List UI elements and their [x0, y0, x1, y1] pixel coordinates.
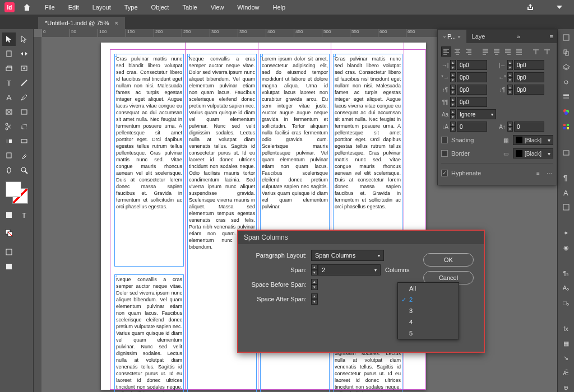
stepper[interactable]: ▴▾ [507, 85, 513, 95]
direct-selection-tool[interactable] [17, 32, 31, 46]
space-before-stepper[interactable]: ▴▾ [311, 279, 318, 290]
panel-collapse-icon[interactable]: » [513, 33, 524, 40]
panel-menu-icon[interactable]: ≡ [547, 33, 557, 40]
color-panel-icon[interactable] [561, 108, 572, 115]
last-line-indent-field[interactable] [514, 72, 544, 82]
shading-checkbox[interactable] [441, 137, 448, 143]
space-after-stepper[interactable]: ▴▾ [311, 293, 318, 305]
span-option-4[interactable]: 4 [398, 316, 459, 328]
pathfinder-panel-icon[interactable]: ◉ [561, 244, 572, 251]
home-icon[interactable] [21, 2, 33, 13]
menu-edit[interactable]: Edit [63, 2, 85, 13]
border-color-dropdown[interactable]: [Black]▾ [513, 148, 553, 158]
scissors-tool[interactable] [2, 120, 16, 133]
span-option-5[interactable]: 5 [398, 328, 459, 339]
eyedropper-tool[interactable] [17, 149, 31, 162]
stepper[interactable]: ▴▾ [507, 122, 513, 132]
stepper[interactable]: ▴▾ [450, 72, 456, 82]
left-indent-field[interactable] [457, 60, 487, 70]
fill-stroke-swatch[interactable] [6, 181, 28, 204]
span-option-2[interactable]: 2 [398, 294, 459, 305]
dropcap-chars-field[interactable] [514, 122, 544, 132]
pen-tool[interactable] [2, 91, 16, 104]
rectangle-frame-tool[interactable] [2, 105, 16, 119]
character-styles-panel-icon[interactable]: A₅ [561, 284, 572, 292]
stroke-panel-icon[interactable] [561, 93, 572, 101]
paragraph-layout-dropdown[interactable]: Span Columns▾ [311, 250, 384, 261]
paragraph-panel-icon[interactable]: ¶ [561, 174, 572, 181]
space-between-field[interactable] [457, 97, 487, 107]
align-toward-spine-button[interactable] [531, 46, 541, 57]
page-tool[interactable] [2, 47, 16, 60]
zoom-tool[interactable] [17, 164, 31, 177]
swap-fill-stroke-icon[interactable] [17, 226, 31, 240]
menu-layout[interactable]: Layout [87, 2, 117, 13]
menu-window[interactable]: Window [232, 2, 265, 13]
ok-button[interactable]: OK [423, 253, 474, 267]
space-after-field[interactable] [514, 85, 544, 95]
stepper[interactable]: ▴▾ [507, 60, 513, 70]
effects-panel-icon[interactable]: fx [561, 325, 572, 333]
document-tab[interactable]: *Untitled-1.indd @ 75% × [38, 17, 125, 29]
layers-panel-icon[interactable] [561, 63, 572, 71]
selection-tool[interactable] [2, 32, 16, 46]
align-away-spine-button[interactable] [542, 46, 552, 57]
span-stepper[interactable]: ▴▾ [311, 264, 318, 276]
character-panel-icon[interactable]: A [561, 189, 572, 197]
span-option-all[interactable]: All [398, 283, 459, 294]
menu-table[interactable]: Table [177, 2, 202, 13]
text-frame[interactable]: Neque convallis a cras semper auctor neq… [114, 274, 184, 392]
dropcap-lines-field[interactable] [457, 122, 487, 132]
align-left-button[interactable] [441, 46, 451, 57]
default-fill-stroke-icon[interactable] [2, 226, 16, 240]
stepper[interactable]: ▴▾ [507, 72, 513, 82]
justify-all-button[interactable] [514, 46, 524, 57]
hyphenate-checkbox[interactable]: ✓ [441, 170, 448, 176]
space-before-field[interactable] [457, 85, 487, 95]
justify-center-button[interactable] [492, 46, 502, 57]
free-transform-tool[interactable] [17, 120, 31, 133]
span-dropdown[interactable]: 2▾ [318, 264, 381, 276]
align-center-button[interactable] [452, 46, 462, 57]
options-icon[interactable]: ⋯ [545, 168, 553, 178]
justify-right-button[interactable] [503, 46, 513, 57]
menu-object[interactable]: Object [146, 2, 175, 13]
menu-type[interactable]: Type [119, 2, 144, 13]
stepper[interactable]: ▴▾ [450, 97, 456, 107]
formatting-container-icon[interactable] [2, 208, 16, 222]
close-icon[interactable]: × [115, 20, 118, 26]
menu-help[interactable]: Help [267, 2, 291, 13]
align-panel-icon[interactable]: ✦ [561, 229, 572, 237]
workspace-switcher-icon[interactable] [554, 2, 565, 13]
glyphs-panel-icon[interactable]: Ǣ [561, 369, 572, 377]
pages-panel-icon[interactable] [561, 48, 572, 56]
view-mode-preview-icon[interactable] [2, 260, 16, 273]
align-to-grid-dropdown[interactable]: Ignore▾ [457, 109, 496, 119]
note-tool[interactable] [2, 149, 16, 162]
links-panel-icon[interactable] [561, 78, 572, 86]
share-icon[interactable] [525, 2, 536, 13]
content-placer-tool[interactable] [17, 62, 31, 75]
tab-paragraph[interactable]: ◦ P...» [438, 30, 466, 43]
align-right-button[interactable] [464, 46, 474, 57]
pencil-tool[interactable] [17, 91, 31, 104]
rectangle-tool[interactable] [17, 105, 31, 119]
hyperlinks-panel-icon[interactable]: ⊕ [561, 384, 572, 392]
border-checkbox[interactable] [441, 150, 448, 157]
tab-layers[interactable]: Laye [466, 30, 491, 43]
stepper[interactable]: ▴▾ [450, 109, 456, 119]
swatches-panel-icon[interactable] [561, 123, 572, 130]
object-styles-panel-icon[interactable]: □₅ [561, 299, 572, 307]
paragraph-styles-panel-icon[interactable]: ¶₅ [561, 269, 572, 277]
menu-file[interactable]: File [39, 2, 61, 13]
properties-panel-icon[interactable] [561, 34, 572, 41]
content-collector-tool[interactable] [2, 62, 16, 75]
line-tool[interactable] [17, 76, 31, 90]
formatting-text-icon[interactable]: T [17, 208, 31, 222]
hand-tool[interactable] [2, 164, 16, 177]
first-line-indent-field[interactable] [457, 72, 487, 82]
type-tool[interactable]: T [2, 76, 16, 90]
story-panel-icon[interactable]: ↘ [561, 354, 572, 362]
view-mode-normal-icon[interactable] [2, 245, 16, 259]
span-option-3[interactable]: 3 [398, 305, 459, 316]
